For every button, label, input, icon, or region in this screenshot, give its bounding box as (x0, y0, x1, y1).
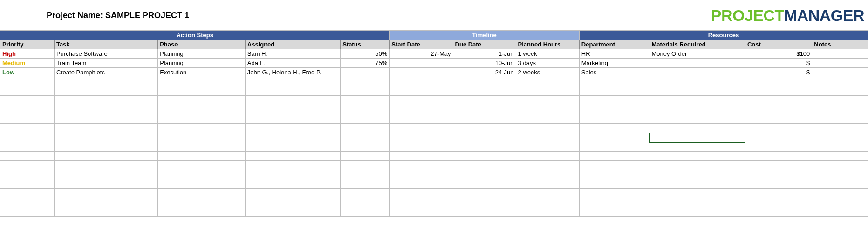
cell-status[interactable] (341, 68, 390, 77)
cell[interactable] (453, 207, 516, 217)
cell[interactable] (453, 142, 516, 152)
cell[interactable] (341, 198, 390, 207)
cell[interactable] (341, 77, 390, 86)
cell-cost[interactable]: $ (745, 68, 812, 77)
cell-department[interactable]: Marketing (579, 59, 649, 68)
cell[interactable] (453, 77, 516, 86)
cell[interactable] (390, 207, 453, 217)
cell[interactable] (516, 124, 579, 133)
col-priority[interactable]: Priority (0, 40, 55, 49)
cell[interactable] (649, 96, 745, 105)
cell-planned-hours[interactable]: 2 weeks (516, 68, 579, 77)
cell[interactable] (341, 179, 390, 189)
cell[interactable] (453, 114, 516, 124)
cell[interactable] (812, 133, 868, 142)
cell-notes[interactable] (812, 49, 868, 59)
cell[interactable] (341, 189, 390, 198)
cell[interactable] (812, 105, 868, 114)
cell-task[interactable]: Create Pamphlets (54, 68, 157, 77)
cell[interactable] (649, 161, 745, 170)
cell-materials[interactable] (649, 59, 745, 68)
cell[interactable] (54, 152, 157, 161)
cell[interactable] (649, 114, 745, 124)
cell[interactable] (390, 161, 453, 170)
cell[interactable] (341, 161, 390, 170)
cell[interactable] (453, 189, 516, 198)
cell[interactable] (579, 161, 649, 170)
cell[interactable] (0, 152, 55, 161)
cell[interactable] (54, 189, 157, 198)
cell-department[interactable]: HR (579, 49, 649, 59)
cell-start-date[interactable] (390, 59, 453, 68)
cell[interactable] (745, 179, 812, 189)
cell[interactable] (649, 77, 745, 86)
col-start-date[interactable]: Start Date (390, 40, 453, 49)
cell[interactable] (0, 161, 55, 170)
cell[interactable] (745, 86, 812, 96)
cell[interactable] (245, 114, 340, 124)
cell[interactable] (453, 198, 516, 207)
cell[interactable] (0, 133, 55, 142)
cell[interactable] (579, 133, 649, 142)
cell[interactable] (579, 179, 649, 189)
cell[interactable] (649, 124, 745, 133)
cell[interactable] (745, 170, 812, 179)
cell[interactable] (649, 152, 745, 161)
cell[interactable] (745, 207, 812, 217)
cell[interactable] (812, 86, 868, 96)
cell[interactable] (245, 133, 340, 142)
cell-task[interactable]: Train Team (54, 59, 157, 68)
cell[interactable] (516, 207, 579, 217)
project-table[interactable]: Action Steps Timeline Resources Priority… (0, 30, 868, 217)
cell[interactable] (516, 114, 579, 124)
cell[interactable] (516, 86, 579, 96)
cell-start-date[interactable]: 27-May (390, 49, 453, 59)
cell[interactable] (341, 114, 390, 124)
cell[interactable] (812, 142, 868, 152)
cell[interactable] (745, 77, 812, 86)
cell[interactable] (0, 124, 55, 133)
cell-notes[interactable] (812, 68, 868, 77)
cell[interactable] (579, 170, 649, 179)
cell[interactable] (649, 198, 745, 207)
cell[interactable] (812, 124, 868, 133)
cell[interactable] (390, 133, 453, 142)
cell[interactable] (245, 161, 340, 170)
cell[interactable] (158, 96, 246, 105)
cell[interactable] (390, 77, 453, 86)
cell[interactable] (0, 170, 55, 179)
cell[interactable] (649, 189, 745, 198)
cell[interactable] (516, 161, 579, 170)
cell[interactable] (516, 179, 579, 189)
col-department[interactable]: Department (579, 40, 649, 49)
cell[interactable] (745, 142, 812, 152)
cell[interactable] (245, 77, 340, 86)
cell[interactable] (54, 124, 157, 133)
cell[interactable] (341, 124, 390, 133)
cell[interactable] (341, 207, 390, 217)
cell[interactable] (390, 179, 453, 189)
cell[interactable] (245, 105, 340, 114)
cell[interactable] (812, 152, 868, 161)
cell[interactable] (516, 77, 579, 86)
cell[interactable] (390, 142, 453, 152)
cell[interactable] (158, 142, 246, 152)
cell[interactable] (579, 86, 649, 96)
cell[interactable] (579, 189, 649, 198)
cell[interactable] (745, 114, 812, 124)
cell[interactable] (341, 86, 390, 96)
cell[interactable] (453, 161, 516, 170)
cell-phase[interactable]: Execution (158, 68, 246, 77)
cell[interactable] (158, 77, 246, 86)
col-materials[interactable]: Materials Required (649, 40, 745, 49)
cell-cost[interactable]: $100 (745, 49, 812, 59)
cell[interactable] (649, 133, 745, 142)
cell[interactable] (812, 198, 868, 207)
cell[interactable] (0, 142, 55, 152)
cell-task[interactable]: Purchase Software (54, 49, 157, 59)
cell[interactable] (516, 189, 579, 198)
cell-start-date[interactable] (390, 68, 453, 77)
cell[interactable] (390, 170, 453, 179)
cell[interactable] (812, 114, 868, 124)
col-cost[interactable]: Cost (745, 40, 812, 49)
